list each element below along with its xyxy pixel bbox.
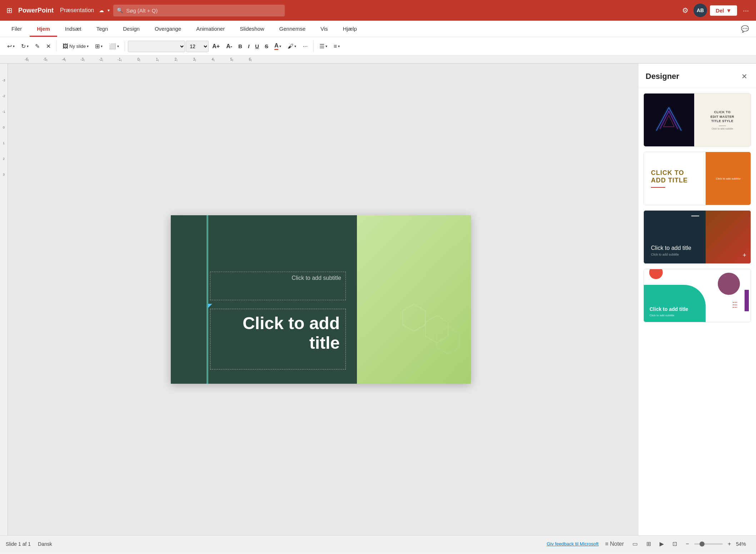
dc4-title: Click to add title bbox=[650, 306, 688, 312]
font-increase-button[interactable]: A+ bbox=[209, 41, 223, 52]
hex-pattern bbox=[357, 215, 471, 384]
slide-info: Slide 1 af 1 bbox=[6, 541, 31, 547]
ruler-mark: 0 bbox=[121, 57, 140, 61]
layout-arrow[interactable]: ▾ bbox=[101, 44, 103, 48]
undo-arrow[interactable]: ▾ bbox=[13, 44, 15, 48]
feedback-link[interactable]: Giv feedback til Microsoft bbox=[547, 541, 598, 547]
comments-button[interactable]: 💬 bbox=[738, 23, 752, 35]
normal-view-button[interactable]: ▭ bbox=[630, 539, 640, 549]
highlight-button[interactable]: 🖌 ▾ bbox=[285, 41, 299, 52]
slide-size-button[interactable]: ⬜ ▾ bbox=[106, 41, 122, 52]
tab-tegn[interactable]: Tegn bbox=[89, 21, 115, 37]
slide-teal-line bbox=[207, 215, 208, 384]
designer-close-button[interactable]: ✕ bbox=[740, 71, 749, 82]
new-slide-arrow[interactable]: ▾ bbox=[87, 44, 89, 48]
tab-overgange[interactable]: Overgange bbox=[148, 21, 188, 37]
file-dropdown-arrow[interactable]: ▾ bbox=[108, 8, 110, 13]
dc2-line bbox=[651, 187, 665, 188]
font-decrease-button[interactable]: A- bbox=[223, 41, 235, 52]
zoom-value[interactable]: 54% bbox=[736, 541, 750, 547]
dc3-left: Click to add title Click to add subtitle bbox=[644, 211, 706, 263]
tab-indsaet[interactable]: Indsæt bbox=[58, 21, 89, 37]
zoom-slider[interactable] bbox=[694, 543, 723, 545]
dc2-right: Click to add subtitle bbox=[706, 152, 751, 205]
search-wrapper: 🔍 bbox=[113, 5, 285, 16]
font-family-selector[interactable] bbox=[128, 41, 185, 52]
app-grid-button[interactable]: ⊞ bbox=[4, 4, 15, 17]
reading-view-button[interactable]: ▶ bbox=[657, 539, 666, 549]
redo-button[interactable]: ↻ ▾ bbox=[18, 41, 31, 52]
highlight-arrow[interactable]: ▾ bbox=[294, 44, 296, 48]
ruler-v-mark: -3 bbox=[2, 67, 5, 83]
font-color-button[interactable]: A ▾ bbox=[272, 40, 284, 52]
designer-body: CLICK TOEDIT MASTERTITLE STYLE Click to … bbox=[638, 88, 756, 535]
clear-format-button[interactable]: ✕ bbox=[43, 41, 54, 52]
design-template-neon[interactable]: CLICK TOEDIT MASTERTITLE STYLE Click to … bbox=[643, 93, 751, 147]
slide-title-box[interactable]: Click to add title bbox=[210, 309, 346, 369]
tab-hjem[interactable]: Hjem bbox=[30, 21, 57, 37]
slide-sorter-button[interactable]: ⊞ bbox=[644, 539, 653, 549]
status-bar: Slide 1 af 1 Dansk Giv feedback til Micr… bbox=[0, 535, 756, 552]
share-button[interactable]: Del ▼ bbox=[710, 5, 737, 16]
svg-line-6 bbox=[660, 111, 669, 129]
svg-marker-0 bbox=[402, 304, 425, 332]
undo-button[interactable]: ↩ ▾ bbox=[4, 41, 18, 52]
ruler-v-mark: 0 bbox=[3, 114, 5, 130]
font-size-selector[interactable]: 12 bbox=[186, 41, 209, 52]
more-options-button[interactable]: ··· bbox=[740, 5, 752, 16]
underline-button[interactable]: U bbox=[253, 41, 262, 51]
strikethrough-button[interactable]: S bbox=[262, 41, 271, 51]
ruler-mark: 2 bbox=[159, 57, 177, 61]
undo-icon: ↩ bbox=[7, 43, 12, 50]
list-button[interactable]: ☰ ▾ bbox=[317, 41, 330, 52]
designer-panel: Designer ✕ bbox=[638, 64, 756, 535]
layout-button[interactable]: ⊞ ▾ bbox=[92, 41, 105, 52]
ruler-mark: 4 bbox=[196, 57, 214, 61]
tab-animationer[interactable]: Animationer bbox=[189, 21, 232, 37]
italic-button[interactable]: I bbox=[245, 41, 252, 51]
share-label: Del bbox=[716, 7, 724, 14]
avatar-button[interactable]: AB bbox=[693, 4, 707, 17]
slide-size-icon: ⬜ bbox=[109, 43, 116, 50]
toolbar: ↩ ▾ ↻ ▾ ✎ ✕ 🖼 Ny slide ▾ ⊞ ▾ ⬜ ▾ bbox=[0, 37, 756, 56]
search-input[interactable] bbox=[113, 5, 285, 16]
more-font-button[interactable]: ··· bbox=[300, 41, 310, 52]
ruler-v-mark: 2 bbox=[3, 146, 5, 161]
design-template-orange[interactable]: CLICK TO ADD TITLE Click to add subtitle bbox=[643, 152, 751, 205]
layout-icon: ⊞ bbox=[95, 43, 100, 50]
new-slide-button[interactable]: 🖼 Ny slide ▾ bbox=[60, 41, 91, 52]
font-group: 12 A+ A- B I U S A ▾ 🖌 ▾ ··· bbox=[128, 40, 314, 52]
tab-slideshow[interactable]: Slideshow bbox=[233, 21, 271, 37]
format-painter-button[interactable]: ✎ bbox=[32, 41, 43, 52]
app-name: PowerPoint bbox=[18, 7, 54, 14]
ruler-v-mark: -1 bbox=[2, 99, 5, 114]
title-bar: ⊞ PowerPoint Præsentation ☁ ▾ 🔍 ⚙ AB Del… bbox=[0, 0, 756, 21]
tab-filer[interactable]: Filer bbox=[4, 21, 29, 37]
clear-format-icon: ✕ bbox=[46, 43, 51, 50]
slide[interactable]: Click to add subtitle Click to add title bbox=[171, 215, 471, 384]
tab-design[interactable]: Design bbox=[116, 21, 147, 37]
settings-button[interactable]: ⚙ bbox=[680, 4, 691, 17]
numbered-list-button[interactable]: ≡ ▾ bbox=[331, 41, 343, 52]
notes-button[interactable]: ≡ Noter bbox=[603, 539, 626, 549]
zoom-out-button[interactable]: − bbox=[683, 540, 691, 548]
fit-button[interactable]: ⊡ bbox=[670, 539, 679, 549]
dc3-plus-icon: + bbox=[742, 252, 746, 259]
tab-gennemse[interactable]: Gennemse bbox=[272, 21, 313, 37]
design-template-dark-teal[interactable]: Click to add title Click to add subtitle… bbox=[643, 210, 751, 264]
ruler-v-mark: 1 bbox=[3, 130, 5, 146]
font-color-arrow[interactable]: ▾ bbox=[279, 44, 281, 48]
bold-button[interactable]: B bbox=[236, 41, 245, 51]
slide-size-arrow[interactable]: ▾ bbox=[117, 44, 119, 48]
ruler-mark: 1 bbox=[140, 57, 159, 61]
tab-vis[interactable]: Vis bbox=[313, 21, 335, 37]
tab-hjaelp[interactable]: Hjælp bbox=[336, 21, 364, 37]
dc1-right: CLICK TOEDIT MASTERTITLE STYLE Click to … bbox=[694, 94, 751, 146]
undo-redo-group: ↩ ▾ ↻ ▾ ✎ ✕ bbox=[4, 41, 57, 52]
ruler-mark: -4 bbox=[47, 57, 66, 61]
redo-arrow[interactable]: ▾ bbox=[27, 44, 29, 48]
zoom-in-button[interactable]: + bbox=[726, 540, 733, 548]
slide-subtitle-box[interactable]: Click to add subtitle bbox=[210, 272, 346, 300]
design-template-colorful[interactable]: Click to add title Click to add subtitle bbox=[643, 269, 751, 322]
dc4-dashes-svg bbox=[733, 301, 743, 315]
